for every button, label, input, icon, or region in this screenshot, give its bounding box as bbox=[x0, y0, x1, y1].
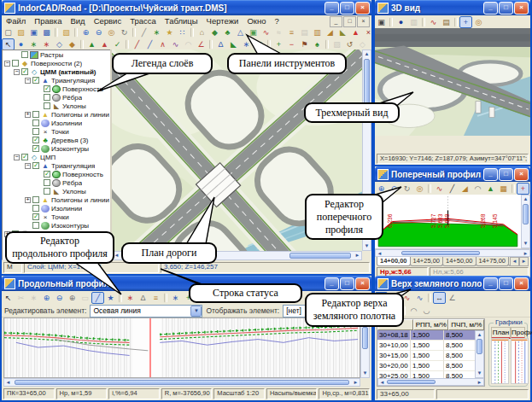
tree-item[interactable]: Поверхность bbox=[3, 84, 111, 93]
tree-item[interactable]: Точки bbox=[3, 213, 111, 221]
menu-item[interactable]: Вид bbox=[66, 15, 89, 26]
draw-polyline-icon[interactable]: ╱ bbox=[143, 38, 156, 50]
select-icon[interactable]: ↖ bbox=[2, 38, 15, 50]
zoom-in-icon[interactable]: ⊕ bbox=[79, 26, 92, 38]
triangulation-icon[interactable]: △ bbox=[234, 26, 247, 38]
separator[interactable] bbox=[55, 27, 58, 38]
menu-item[interactable]: Трасса bbox=[126, 15, 161, 26]
close-button[interactable]: × bbox=[355, 2, 370, 15]
arc-icon[interactable]: ◠ bbox=[471, 183, 484, 195]
rotate-icon[interactable]: ↻ bbox=[400, 183, 413, 195]
fill-icon[interactable]: ▦ bbox=[497, 183, 510, 195]
graph-tab-profile[interactable]: Профиль bbox=[511, 327, 525, 339]
tree-item[interactable]: Триангуляция bbox=[3, 161, 111, 170]
info-icon[interactable]: ● bbox=[15, 38, 27, 50]
tree-item[interactable]: ЦММ (активный) bbox=[3, 67, 111, 76]
move-mode-icon[interactable]: + bbox=[459, 16, 472, 28]
tree-item[interactable]: Изолинии bbox=[3, 204, 111, 213]
separator[interactable] bbox=[126, 39, 129, 50]
curve-icon[interactable]: ◡ bbox=[420, 305, 433, 317]
menu-item[interactable]: ? bbox=[270, 15, 283, 26]
scroll-down-icon[interactable]: ▼ bbox=[522, 240, 529, 248]
draw-spline-icon[interactable]: ∿ bbox=[169, 38, 182, 50]
tree-expander[interactable] bbox=[25, 223, 31, 229]
new-file-icon[interactable]: ▢ bbox=[2, 26, 15, 38]
image-icon[interactable]: ▣ bbox=[247, 26, 260, 38]
scheme-blue-icon[interactable]: ∿ bbox=[413, 292, 426, 304]
camera-icon[interactable]: ▣ bbox=[375, 16, 388, 28]
tree-checkbox[interactable] bbox=[32, 213, 39, 220]
table-row[interactable]: 30+08,18 1,500 8,500 bbox=[377, 330, 484, 341]
point-icon[interactable]: ● bbox=[395, 16, 407, 28]
title-bar[interactable]: IndorCAD/Road - [D:\Проекты\Чуйский трак… bbox=[2, 0, 371, 15]
tree-item[interactable]: Полигоны и линии bbox=[3, 110, 111, 119]
menu-item[interactable]: Чертежи bbox=[202, 15, 243, 26]
minimize-button[interactable]: _ bbox=[483, 277, 498, 290]
edit-nodes-icon[interactable]: ∗ bbox=[150, 26, 163, 38]
polygon-icon[interactable]: ◇ bbox=[53, 38, 66, 50]
tree-checkbox[interactable] bbox=[32, 222, 39, 229]
tree-expander[interactable] bbox=[36, 95, 42, 101]
route-icon[interactable]: ∿ bbox=[260, 26, 272, 38]
tree-item[interactable]: Рёбра bbox=[3, 178, 111, 187]
tree-checkbox[interactable] bbox=[32, 128, 39, 135]
import-points-icon[interactable]: ∷ bbox=[176, 26, 189, 38]
mdi-minimize-button[interactable]: _ bbox=[330, 16, 342, 27]
tree-checkbox[interactable] bbox=[12, 60, 19, 67]
measure-icon[interactable]: ╱ bbox=[137, 26, 150, 38]
separator[interactable] bbox=[325, 39, 329, 50]
slope-triangle-icon[interactable]: ◣ bbox=[227, 38, 240, 50]
cross-section-tab[interactable]: 14+00,00 bbox=[377, 257, 411, 266]
close-button[interactable]: × bbox=[514, 2, 529, 15]
scroll-left-icon[interactable]: ◄ bbox=[378, 379, 386, 387]
table-vertical-scrollbar[interactable]: ▲ ▼ bbox=[475, 330, 484, 378]
scroll-right-icon[interactable]: ► bbox=[352, 379, 360, 387]
tree-checkbox[interactable] bbox=[44, 171, 50, 178]
undo-rotate-icon[interactable]: ↺ bbox=[343, 38, 356, 50]
cross-section-view[interactable]: 6,3676,2365,7275,6835,6695,2685,145 ▲ ▼ bbox=[375, 195, 530, 249]
cross-section-tab[interactable]: 14+50,00 bbox=[442, 257, 476, 266]
points-edit-icon[interactable]: ∗ bbox=[40, 38, 53, 50]
maximize-button[interactable]: □ bbox=[499, 2, 513, 15]
embankment-icon[interactable]: ◢ bbox=[324, 26, 336, 38]
separator[interactable] bbox=[428, 184, 431, 194]
remove-node-icon[interactable]: − bbox=[285, 38, 298, 50]
tree-expander[interactable] bbox=[25, 146, 31, 152]
width-icon[interactable]: ↔ bbox=[433, 292, 446, 304]
copy-surface-icon[interactable]: ▤ bbox=[298, 26, 311, 38]
cross-section-vertical-scrollbar[interactable]: ▲ ▼ bbox=[521, 195, 530, 248]
tree-checkbox[interactable] bbox=[32, 77, 39, 84]
scroll-right-icon[interactable]: ► bbox=[354, 252, 361, 259]
tree-item[interactable]: ЦМП bbox=[3, 153, 111, 161]
separator[interactable] bbox=[428, 293, 431, 303]
table-row[interactable]: 30+20,00 1,500 8,500 bbox=[377, 361, 484, 371]
cross-section-horizontal-scrollbar[interactable]: ◄ ► bbox=[375, 249, 530, 257]
open-project-icon[interactable]: ▧ bbox=[60, 26, 73, 38]
scroll-down-icon[interactable]: ▼ bbox=[361, 370, 369, 377]
tree-expander[interactable] bbox=[25, 120, 31, 126]
build-icon[interactable]: ∗ bbox=[124, 292, 137, 304]
tree-checkbox[interactable] bbox=[32, 162, 39, 169]
tree-item[interactable]: Точки bbox=[3, 127, 111, 136]
warning-icon[interactable]: ▲ bbox=[349, 26, 362, 38]
minimize-button[interactable]: _ bbox=[483, 168, 498, 181]
menu-item[interactable]: Файл bbox=[2, 15, 30, 26]
tree-expander[interactable] bbox=[14, 154, 20, 160]
close-button[interactable]: × bbox=[514, 168, 529, 181]
close-button[interactable]: × bbox=[514, 277, 529, 290]
extra-icon[interactable]: ◇ bbox=[356, 38, 369, 50]
levels-icon[interactable]: ≡ bbox=[149, 292, 162, 304]
tree-item[interactable]: Поверхности (2) bbox=[3, 59, 111, 67]
tree-checkbox[interactable] bbox=[44, 179, 50, 186]
pointer-icon[interactable]: ↖ bbox=[529, 183, 530, 195]
column-header[interactable]: ПЧП, м/% bbox=[448, 319, 484, 330]
zoom-out-icon[interactable]: ⊖ bbox=[388, 183, 400, 195]
separator[interactable] bbox=[132, 27, 136, 38]
minimize-button[interactable]: _ bbox=[324, 2, 339, 15]
maximize-button[interactable]: □ bbox=[340, 277, 354, 290]
tools-icon[interactable]: ∗ bbox=[27, 292, 40, 304]
bookmark-icon[interactable]: ★ bbox=[163, 26, 176, 38]
open-file-icon[interactable]: ▨ bbox=[15, 26, 27, 38]
tree-expander[interactable] bbox=[36, 172, 42, 178]
tree-expander[interactable] bbox=[14, 52, 20, 58]
